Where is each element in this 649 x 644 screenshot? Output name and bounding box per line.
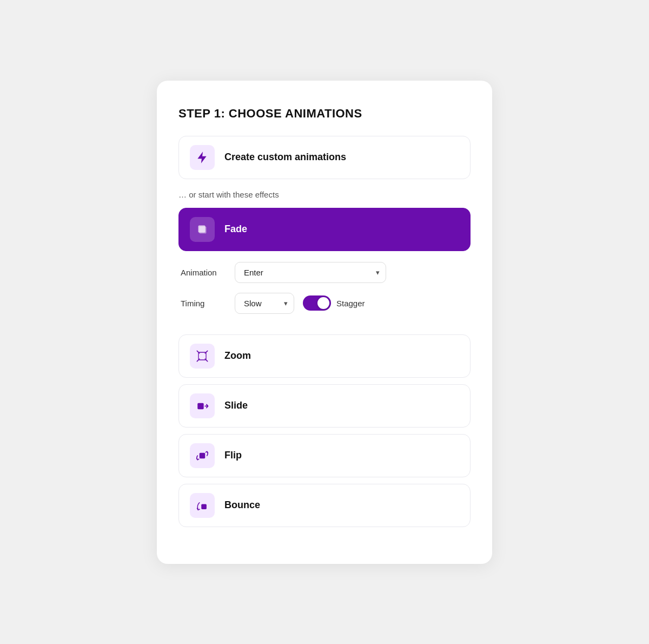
controls-section: Animation Enter Exit Loop Timing Slow Me… [178,258,471,332]
effect-bounce-label: Bounce [224,500,260,511]
custom-animation-row[interactable]: Create custom animations [178,136,471,179]
svg-rect-4 [200,452,206,458]
or-text: … or start with these effects [178,190,471,199]
timing-label: Timing [181,299,235,308]
stagger-label: Stagger [336,299,365,308]
effect-fade-row[interactable]: Fade [178,208,471,251]
effect-slide-label: Slide [224,400,248,411]
lightning-icon [195,150,209,165]
flip-icon-box [190,443,215,468]
timing-control-row: Timing Slow Medium Fast Stagger [181,293,468,314]
effect-flip-row[interactable]: Flip [178,434,471,477]
lightning-icon-box [190,145,215,170]
svg-rect-5 [201,504,207,509]
timing-select-wrapper: Slow Medium Fast [235,293,294,314]
fade-icon [194,221,210,238]
slide-icon-box [190,393,215,418]
effect-bounce-row[interactable]: Bounce [178,484,471,527]
stagger-toggle[interactable] [303,295,331,311]
timing-select[interactable]: Slow Medium Fast [235,293,294,314]
bounce-icon-box [190,493,215,518]
svg-rect-1 [198,225,206,232]
main-card: STEP 1: CHOOSE ANIMATIONS Create custom … [157,81,492,564]
animation-label: Animation [181,268,235,277]
animation-select[interactable]: Enter Exit Loop [235,262,386,283]
effect-flip-label: Flip [224,450,242,461]
effect-slide-row[interactable]: Slide [178,384,471,428]
fade-icon-box [190,217,215,242]
bounce-icon [195,498,210,513]
flip-icon [195,448,210,463]
svg-rect-3 [197,403,203,409]
slide-icon [195,398,210,413]
effect-zoom-row[interactable]: Zoom [178,334,471,378]
stagger-toggle-group: Stagger [303,295,365,311]
effect-fade-label: Fade [224,224,247,235]
animation-select-wrapper: Enter Exit Loop [235,262,386,283]
custom-animation-label: Create custom animations [224,152,346,163]
effect-zoom-label: Zoom [224,350,251,362]
animation-control-row: Animation Enter Exit Loop [181,262,468,283]
step-title: STEP 1: CHOOSE ANIMATIONS [178,107,471,121]
zoom-icon-box [190,344,215,369]
toggle-knob [317,297,329,309]
zoom-icon [195,349,210,364]
